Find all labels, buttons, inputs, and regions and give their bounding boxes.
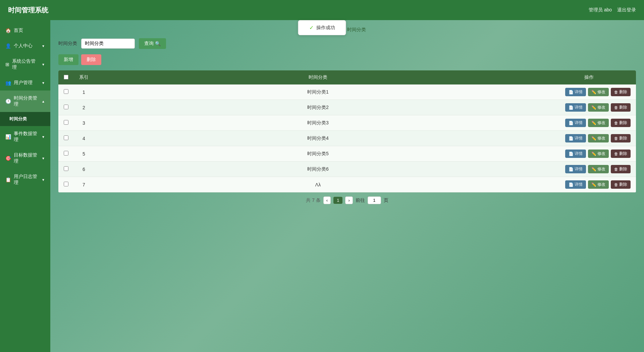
delete-button-3[interactable]: 🗑 删除 [611, 134, 631, 142]
doc-icon: 📄 [569, 152, 574, 156]
prev-page-button[interactable]: ‹ [323, 196, 331, 204]
table-row: 4 时间分类4 📄 详情 ✏️ 修改 🗑 删除 [58, 131, 636, 146]
table-row: 2 时间分类2 📄 详情 ✏️ 修改 🗑 删除 [58, 100, 636, 115]
content-area: 首页 / 时间分类 时间分类 查询 🔍 新增 删除 [50, 20, 644, 352]
chevron-down-icon-5: ▼ [42, 157, 45, 160]
detail-button-4[interactable]: 📄 详情 [565, 150, 586, 158]
breadcrumb: 首页 / 时间分类 [58, 25, 636, 33]
sidebar-label-user-log: 用户日志管理 [14, 174, 39, 186]
sidebar-item-user-log[interactable]: 📋 用户日志管理 ▼ [0, 169, 50, 190]
edit-button-4[interactable]: ✏️ 修改 [588, 150, 609, 158]
header: 时间管理系统 ✓ 操作成功 管理员 abo 退出登录 [0, 0, 644, 20]
detail-button-1[interactable]: 📄 详情 [565, 103, 586, 112]
sidebar-item-user-mgmt[interactable]: 👥 用户管理 ▼ [0, 75, 50, 91]
table-row: 1 时间分类1 📄 详情 ✏️ 修改 🗑 删除 [58, 84, 636, 100]
row-actions-5: 📄 详情 ✏️ 修改 🗑 删除 [542, 162, 636, 177]
row-checkbox-5[interactable] [64, 166, 68, 171]
edit-button-2[interactable]: ✏️ 修改 [588, 119, 609, 127]
log-icon: 📋 [5, 177, 11, 182]
row-checkbox-2[interactable] [64, 120, 68, 125]
doc-icon: 📄 [569, 105, 574, 110]
row-checkbox-6[interactable] [64, 182, 68, 186]
edit-button-5[interactable]: ✏️ 修改 [588, 165, 609, 173]
detail-button-2[interactable]: 📄 详情 [565, 119, 586, 127]
doc-icon: 📄 [569, 182, 574, 187]
row-index-1: 2 [74, 100, 94, 115]
batch-delete-button[interactable]: 删除 [81, 54, 101, 65]
select-all-checkbox[interactable] [64, 75, 68, 79]
home-icon: 🏠 [5, 28, 11, 33]
row-category-6: Λλ [94, 177, 542, 192]
detail-button-5[interactable]: 📄 详情 [565, 165, 586, 173]
success-icon: ✓ [309, 24, 314, 31]
edit-icon: ✏️ [591, 152, 596, 156]
edit-icon: ✏️ [591, 105, 596, 110]
row-actions-1: 📄 详情 ✏️ 修改 🗑 删除 [542, 100, 636, 115]
delete-button-4[interactable]: 🗑 删除 [611, 150, 631, 158]
breadcrumb-current: 时间分类 [347, 27, 366, 32]
time-icon: 🕐 [5, 99, 11, 104]
row-checkbox-cell [58, 131, 74, 146]
trash-icon: 🗑 [614, 182, 618, 187]
trash-icon: 🗑 [614, 136, 618, 141]
doc-icon: 📄 [569, 136, 574, 141]
detail-button-6[interactable]: 📄 详情 [565, 180, 586, 189]
row-actions-3: 📄 详情 ✏️ 修改 🗑 删除 [542, 131, 636, 146]
chevron-down-icon: ▼ [42, 44, 45, 48]
delete-button-2[interactable]: 🗑 删除 [611, 119, 631, 127]
pagination: 共 7 条 ‹ 1 › 前往 页 [58, 192, 636, 208]
current-page: 1 [333, 197, 342, 204]
row-actions-6: 📄 详情 ✏️ 修改 🗑 删除 [542, 177, 636, 192]
event-icon: 📊 [5, 134, 11, 139]
edit-button-3[interactable]: ✏️ 修改 [588, 134, 609, 142]
new-button[interactable]: 新增 [58, 54, 78, 65]
row-checkbox-3[interactable] [64, 135, 68, 140]
edit-button-6[interactable]: ✏️ 修改 [588, 180, 609, 189]
search-input[interactable] [81, 39, 135, 49]
content-inner: 首页 / 时间分类 时间分类 查询 🔍 新增 删除 [50, 20, 644, 214]
search-button[interactable]: 查询 🔍 [139, 38, 166, 49]
sidebar-item-home[interactable]: 🏠 首页 [0, 23, 50, 38]
delete-button-0[interactable]: 🗑 删除 [611, 88, 631, 96]
search-button-label: 查询 [144, 41, 154, 47]
doc-icon: 📄 [569, 167, 574, 172]
row-checkbox-0[interactable] [64, 89, 68, 94]
detail-button-3[interactable]: 📄 详情 [565, 134, 586, 142]
row-actions-4: 📄 详情 ✏️ 修改 🗑 删除 [542, 146, 636, 162]
search-bar: 时间分类 查询 🔍 [58, 38, 636, 49]
sidebar-item-announcement[interactable]: ⊞ 系统公告管理 ▼ [0, 54, 50, 75]
table-body: 1 时间分类1 📄 详情 ✏️ 修改 🗑 删除 2 时间 [58, 84, 636, 192]
row-checkbox-4[interactable] [64, 151, 68, 156]
profile-icon: 👤 [5, 43, 11, 49]
row-index-0: 1 [74, 84, 94, 100]
search-icon: 🔍 [155, 41, 161, 46]
sidebar-item-target-data[interactable]: 🎯 目标数据管理 ▼ [0, 148, 50, 169]
sidebar-item-event-data[interactable]: 📊 事件数据管理 ▼ [0, 126, 50, 148]
sidebar-item-time-category-mgmt[interactable]: 🕐 时间分类管理 ▲ [0, 91, 50, 112]
edit-button-0[interactable]: ✏️ 修改 [588, 88, 609, 96]
total-unit: 条 [316, 197, 321, 203]
delete-button-6[interactable]: 🗑 删除 [611, 180, 631, 189]
row-checkbox-cell [58, 84, 74, 100]
sidebar: 🏠 首页 👤 个人中心 ▼ ⊞ 系统公告管理 ▼ 👥 用户管理 ▼ 🕐 时间分类… [0, 20, 50, 352]
edit-icon: ✏️ [591, 182, 596, 187]
table-row: 3 时间分类3 📄 详情 ✏️ 修改 🗑 删除 [58, 115, 636, 131]
row-category-0: 时间分类1 [94, 84, 542, 100]
sidebar-label-target-data: 目标数据管理 [14, 152, 39, 164]
delete-button-1[interactable]: 🗑 删除 [611, 103, 631, 112]
edit-button-1[interactable]: ✏️ 修改 [588, 103, 609, 112]
header-username: 管理员 abo [589, 7, 612, 13]
sidebar-label-home: 首页 [14, 27, 23, 34]
row-checkbox-1[interactable] [64, 105, 68, 109]
table-row: 7 Λλ 📄 详情 ✏️ 修改 🗑 删除 [58, 177, 636, 192]
logout-button[interactable]: 退出登录 [617, 7, 636, 13]
row-index-4: 5 [74, 146, 94, 162]
sidebar-item-time-category-sub[interactable]: 时间分类 [0, 112, 50, 126]
delete-button-5[interactable]: 🗑 删除 [611, 165, 631, 173]
header-right: 管理员 abo 退出登录 [589, 7, 636, 13]
next-page-button[interactable]: › [345, 196, 353, 204]
sidebar-item-profile[interactable]: 👤 个人中心 ▼ [0, 38, 50, 54]
detail-button-0[interactable]: 📄 详情 [565, 88, 586, 96]
goto-page-input[interactable] [368, 196, 381, 204]
user-mgmt-icon: 👥 [5, 80, 11, 85]
